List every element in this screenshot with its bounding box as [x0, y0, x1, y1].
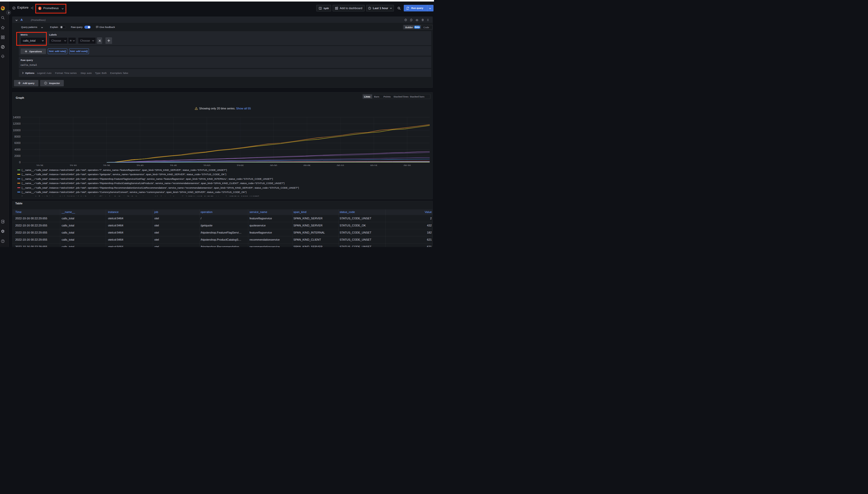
svg-text:12000: 12000	[13, 122, 21, 125]
svg-text:10000: 10000	[13, 129, 21, 132]
svg-text:23:40: 23:40	[137, 164, 144, 166]
svg-text:00:00: 00:00	[270, 164, 277, 166]
svg-text:00:05: 00:05	[303, 164, 310, 166]
svg-text:00:15: 00:15	[370, 164, 377, 166]
svg-text:23:30: 23:30	[70, 164, 77, 166]
svg-text:8000: 8000	[15, 135, 21, 138]
svg-text:23:25: 23:25	[36, 164, 43, 166]
svg-text:4000: 4000	[15, 148, 21, 151]
svg-text:0: 0	[19, 161, 21, 164]
svg-text:00:20: 00:20	[404, 164, 411, 166]
svg-text:14000: 14000	[13, 116, 21, 119]
svg-text:00:10: 00:10	[337, 164, 344, 166]
svg-text:6000: 6000	[15, 141, 21, 145]
svg-text:23:45: 23:45	[170, 164, 177, 166]
svg-text:2000: 2000	[15, 154, 21, 157]
svg-text:23:55: 23:55	[237, 164, 244, 166]
svg-text:23:50: 23:50	[203, 164, 211, 166]
svg-text:23:35: 23:35	[103, 164, 110, 166]
